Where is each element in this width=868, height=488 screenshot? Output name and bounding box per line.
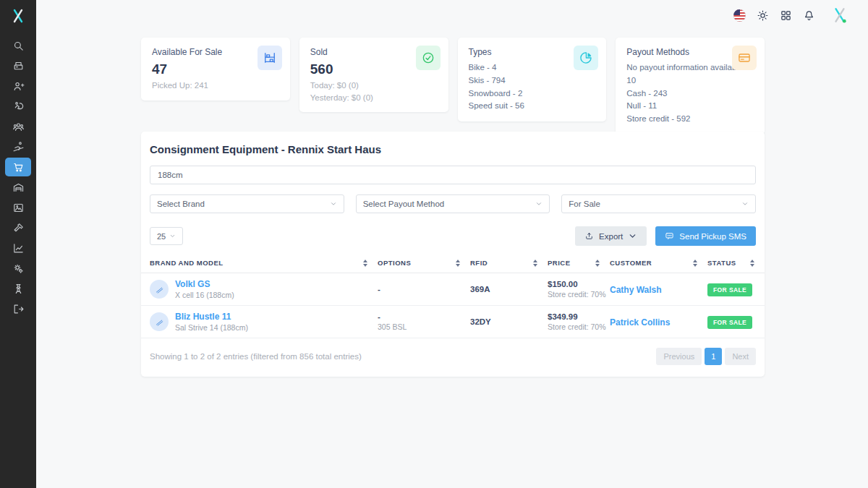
- select-sale-status[interactable]: For Sale: [561, 194, 756, 213]
- sidebar-item-consignment-cart[interactable]: [5, 158, 31, 176]
- brand-link[interactable]: Bliz Hustle 11: [175, 312, 248, 322]
- sidebar-item-ski[interactable]: [5, 137, 31, 156]
- users-group-icon: [12, 121, 25, 133]
- customer-link[interactable]: Cathy Walsh: [610, 285, 662, 295]
- export-upload-icon: [584, 231, 594, 241]
- column-label: Options: [378, 259, 411, 267]
- card-sold: Sold 560 Today: $0 (0)Yesterday: $0 (0): [299, 38, 448, 112]
- card-line: Null - 11: [626, 100, 754, 113]
- options-value: -: [378, 312, 470, 321]
- card-payout-methods: Payout Methods No payout information ava…: [616, 38, 765, 134]
- status-badge: FOR SALE: [707, 283, 752, 296]
- sort-icon[interactable]: [456, 260, 460, 267]
- table-row[interactable]: Volkl GS X cell 16 (188cm) - 369A $150.0…: [141, 273, 765, 306]
- sidebar-item-settings[interactable]: [5, 259, 31, 278]
- send-pickup-sms-label: Send Pickup SMS: [679, 232, 746, 241]
- sidebar-item-pos[interactable]: [5, 56, 31, 75]
- sidebar-item-search[interactable]: [5, 36, 31, 55]
- card-line: Cash - 243: [626, 87, 754, 100]
- column-label: RFID: [470, 259, 488, 267]
- sidebar-item-reports[interactable]: [5, 239, 31, 257]
- chevron-down-icon: [741, 200, 749, 207]
- model-subtext: Sal Strive 14 (188cm): [175, 323, 248, 332]
- page-1-button[interactable]: 1: [705, 348, 722, 365]
- warehouse-icon: [12, 181, 25, 194]
- select-payout-method[interactable]: Select Payout Method: [356, 194, 550, 213]
- consignment-panel: Consignment Equipment - Rennix Start Hau…: [141, 132, 765, 377]
- column-label: Status: [707, 259, 736, 267]
- price-value: $150.00: [548, 280, 610, 288]
- credit-card-icon: [732, 46, 757, 70]
- pos-register-icon: [12, 60, 25, 72]
- page-title: Consignment Equipment - Rennix Start Hau…: [141, 132, 765, 164]
- card-line: Store credit - 592: [626, 113, 754, 126]
- sidebar-item-storage[interactable]: [5, 178, 31, 197]
- page-size-select[interactable]: 25: [150, 227, 183, 245]
- column-header-rfid[interactable]: RFID: [470, 259, 548, 267]
- next-page-button[interactable]: Next: [725, 348, 756, 365]
- sidebar-item-waitlist[interactable]: [5, 279, 31, 298]
- sidebar-item-auctions[interactable]: [5, 218, 31, 237]
- stat-cards: Available For Sale 47 Picked Up: 241 Sol…: [141, 38, 765, 134]
- brand-link[interactable]: Volkl GS: [175, 279, 234, 289]
- export-button[interactable]: Export: [575, 226, 647, 246]
- card-line: Picked Up: 241: [152, 80, 279, 92]
- search-input[interactable]: [150, 166, 756, 184]
- column-header-customer[interactable]: Customer: [610, 259, 707, 267]
- select-brand[interactable]: Select Brand: [150, 194, 344, 213]
- sidebar-item-rentals[interactable]: [5, 97, 31, 116]
- skis-avatar-icon: [150, 280, 169, 299]
- previous-page-button[interactable]: Previous: [656, 348, 702, 365]
- brand-x-logo: [830, 6, 849, 25]
- sort-icon[interactable]: [533, 260, 537, 267]
- chevron-down-icon: [330, 200, 337, 207]
- customer-link[interactable]: Patrick Collins: [610, 317, 670, 328]
- sun-icon[interactable]: [757, 9, 769, 22]
- sort-icon[interactable]: [363, 260, 367, 267]
- card-lines: No payout information available - 10Cash…: [626, 61, 754, 126]
- card-line: Yesterday: $0 (0): [310, 92, 438, 104]
- sidebar-item-add-customer[interactable]: [5, 77, 31, 95]
- card-line: Skis - 794: [469, 74, 596, 87]
- column-header-options[interactable]: Options: [378, 259, 470, 267]
- column-header-price[interactable]: Price: [548, 259, 610, 267]
- entries-summary: Showing 1 to 2 of 2 entries (filtered fr…: [150, 352, 362, 361]
- pie-chart-icon: [574, 46, 598, 70]
- card-line: Today: $0 (0): [310, 80, 438, 92]
- status-badge: FOR SALE: [707, 316, 752, 329]
- sidebar-item-slopes[interactable]: [5, 198, 31, 217]
- mountain-image-icon: [12, 202, 25, 214]
- sort-icon[interactable]: [750, 260, 754, 267]
- sidebar-item-customers[interactable]: [5, 117, 31, 136]
- hourglass-person-icon: [12, 283, 25, 295]
- sort-icon[interactable]: [693, 260, 697, 267]
- table-footer: Showing 1 to 2 of 2 entries (filtered fr…: [141, 338, 765, 377]
- options-subtext: 305 BSL: [378, 322, 470, 331]
- bell-icon[interactable]: [803, 9, 815, 22]
- options-value: -: [378, 285, 470, 294]
- table-row[interactable]: Bliz Hustle 11 Sal Strive 14 (188cm) - 3…: [141, 306, 765, 338]
- skier-icon: [12, 141, 25, 153]
- price-subtext: Store credit: 70%: [548, 322, 610, 331]
- column-label: Price: [548, 259, 571, 267]
- card-line: Snowboard - 2: [469, 87, 596, 100]
- chevron-down-icon: [535, 200, 542, 207]
- select-payout-method-value: Select Payout Method: [363, 200, 445, 208]
- logout-icon: [12, 303, 25, 315]
- skier-rotate-icon: [12, 100, 25, 113]
- sidebar-item-logout[interactable]: [5, 299, 31, 318]
- chevron-down-icon: [169, 233, 176, 239]
- card-available-for-sale: Available For Sale 47 Picked Up: 241: [141, 38, 290, 100]
- column-label: Brand and Model: [150, 259, 224, 267]
- hammer-icon: [12, 222, 25, 234]
- card-line: Speed suit - 56: [469, 100, 596, 113]
- cart-icon: [12, 161, 25, 174]
- us-flag-icon[interactable]: [733, 9, 746, 22]
- send-pickup-sms-button[interactable]: Send Pickup SMS: [655, 226, 756, 246]
- apps-grid-icon[interactable]: [780, 9, 792, 22]
- column-header-status[interactable]: Status: [707, 259, 756, 267]
- column-header-brand-and-model[interactable]: Brand and Model: [150, 259, 378, 267]
- sort-icon[interactable]: [595, 260, 600, 267]
- select-brand-value: Select Brand: [157, 200, 205, 208]
- export-button-label: Export: [599, 232, 623, 241]
